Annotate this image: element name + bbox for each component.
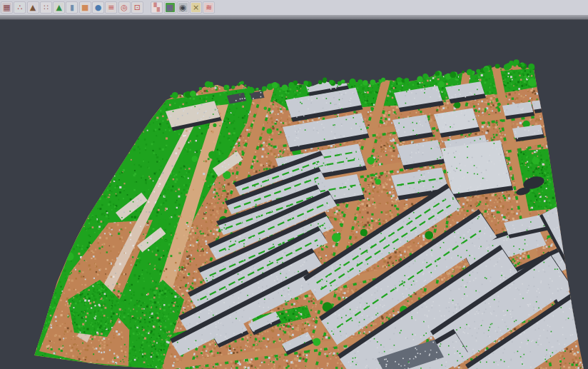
delete-annotation-button[interactable]: × (190, 1, 202, 14)
register-points-button[interactable]: ∴ (14, 1, 26, 14)
snapshot-camera-icon: ◉ (178, 3, 188, 12)
classification-colors-icon: ▦ (166, 3, 175, 12)
thin-points-button[interactable]: ∷ (40, 1, 52, 14)
section-lines-icon: ≡ (106, 3, 116, 12)
snapshot-camera-button[interactable]: ◉ (177, 1, 189, 14)
ortho-image-button[interactable]: ■ (79, 1, 91, 14)
thin-points-icon: ∷ (41, 3, 51, 12)
globe-3d-button[interactable]: ● (92, 1, 104, 14)
extent-select-icon: ⊡ (133, 3, 142, 12)
classify-grid-button[interactable]: ▦ (1, 1, 13, 14)
profile-view-button[interactable]: ▮ (66, 1, 78, 14)
toolbar-separator (0, 15, 588, 20)
ortho-image-icon: ■ (81, 3, 90, 12)
classification-colors-button[interactable]: ▦ (164, 1, 176, 14)
delete-annotation-icon: × (191, 3, 201, 12)
viewport-3d-canvas[interactable] (0, 0, 588, 369)
measure-flag-icon: ≋ (204, 3, 213, 12)
register-points-icon: ∴ (15, 3, 24, 12)
classify-grid-icon: ▦ (2, 3, 11, 12)
terrain-model-icon: ▲ (29, 3, 38, 12)
terrain-model-button[interactable]: ▲ (27, 1, 39, 14)
globe-3d-icon: ● (93, 3, 103, 12)
measure-flag-button[interactable]: ≋ (203, 1, 215, 14)
profile-view-icon: ▮ (67, 3, 76, 12)
target-select-icon: ◎ (120, 3, 129, 12)
toolbar: ▦∴▲∷▲▮■●≡◎⊡▚▦◉×≋ (0, 0, 588, 15)
terrain-surface-icon: ▲ (54, 3, 64, 12)
extent-select-button[interactable]: ⊡ (131, 1, 143, 14)
transparency-checker-icon: ▚ (152, 3, 161, 12)
terrain-surface-button[interactable]: ▲ (53, 1, 65, 14)
application-window: ▦∴▲∷▲▮■●≡◎⊡▚▦◉×≋ (0, 0, 588, 369)
section-lines-button[interactable]: ≡ (105, 1, 117, 14)
transparency-checker-button[interactable]: ▚ (151, 1, 163, 14)
target-select-button[interactable]: ◎ (118, 1, 131, 14)
